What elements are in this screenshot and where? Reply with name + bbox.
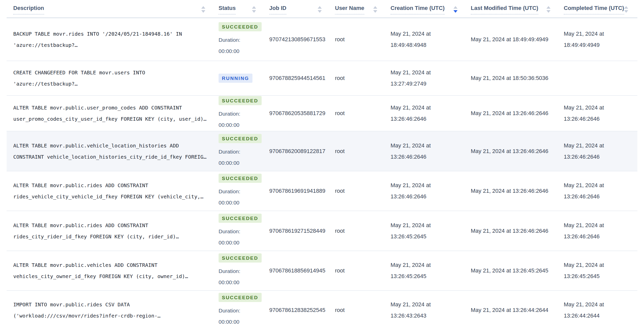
job-id-cell: 970678619691941889 [269, 185, 335, 197]
jobs-table: Description Status Job ID User Name Crea… [7, 0, 637, 329]
status-badge: SUCCEEDED [219, 22, 262, 31]
job-description-link[interactable]: IMPORT INTO movr.public.rides CSV DATA (… [13, 299, 219, 321]
last-modified-time-cell: May 21, 2024 at 13:26:46:2646 [471, 185, 564, 197]
last-modified-time-cell: May 21, 2024 at 18:50:36:5036 [471, 73, 564, 84]
table-row: CREATE CHANGEFEED FOR TABLE movr.users I… [7, 61, 637, 95]
last-modified-time-cell: May 21, 2024 at 13:26:46:2646 [471, 225, 564, 237]
column-header-label: Last Modified Time (UTC) [471, 5, 538, 14]
completed-time-cell: May 21, 2024 at 13:26:46:2646 [564, 180, 637, 202]
creation-time-cell: May 21, 2024 at 13:26:45:2645 [391, 220, 471, 242]
job-description-link[interactable]: ALTER TABLE movr.public.vehicles ADD CON… [13, 259, 219, 282]
last-modified-time-cell: May 21, 2024 at 18:49:49:4949 [471, 34, 564, 45]
column-header-label: Completed Time (UTC) [564, 5, 624, 14]
job-duration: Duration: 00:00:00 [219, 34, 240, 57]
user-name-cell: root [335, 34, 391, 45]
column-header-status[interactable]: Status [219, 0, 269, 17]
status-badge: SUCCEEDED [219, 253, 262, 263]
column-header-user-name[interactable]: User Name [335, 0, 391, 17]
status-badge: SUCCEEDED [219, 96, 262, 105]
job-id-cell: 970678620535881729 [269, 108, 335, 119]
status-cell: SUCCEEDED Duration: 00:00:00 [219, 214, 269, 248]
job-description-link[interactable]: CREATE CHANGEFEED FOR TABLE movr.users I… [13, 67, 219, 89]
sort-icon-active-desc [453, 6, 458, 13]
user-name-cell: root [335, 225, 391, 237]
creation-time-cell: May 21, 2024 at 13:26:46:2646 [391, 102, 471, 125]
status-badge: RUNNING [219, 74, 252, 83]
column-header-label: User Name [335, 5, 364, 14]
user-name-cell: root [335, 73, 391, 84]
user-name-cell: root [335, 146, 391, 157]
status-cell: SUCCEEDED Duration: 00:00:00 [219, 134, 269, 169]
status-badge: SUCCEEDED [219, 214, 262, 223]
completed-time-cell: May 21, 2024 at 18:49:49:4949 [564, 28, 637, 51]
job-duration: Duration: 00:00:00 [219, 186, 240, 208]
job-id-cell: 970678825944514561 [269, 73, 335, 84]
table-row: ALTER TABLE movr.public.vehicle_location… [7, 131, 637, 171]
table-row: ALTER TABLE movr.public.rides ADD CONSTR… [7, 171, 637, 211]
job-id-cell: 970678619271528449 [269, 225, 335, 237]
job-description-link[interactable]: BACKUP TABLE movr.rides INTO '/2024/05/2… [13, 28, 219, 51]
sort-icon [252, 6, 256, 13]
column-header-label: Job ID [269, 5, 286, 14]
last-modified-time-cell: May 21, 2024 at 13:26:44:2644 [471, 305, 564, 316]
job-duration: Duration: 00:00:00 [219, 226, 240, 248]
completed-time-cell: May 21, 2024 at 13:26:45:2645 [564, 259, 637, 282]
job-duration: Duration: 00:00:00 [219, 266, 240, 288]
job-description-link[interactable]: ALTER TABLE movr.public.vehicle_location… [13, 140, 219, 162]
sort-icon [546, 6, 551, 13]
job-description-link[interactable]: ALTER TABLE movr.public.rides ADD CONSTR… [13, 180, 219, 202]
creation-time-cell: May 21, 2024 at 13:26:43:2643 [391, 299, 471, 321]
job-description-link[interactable]: ALTER TABLE movr.public.rides ADD CONSTR… [13, 220, 219, 242]
job-description-link[interactable]: ALTER TABLE movr.public.user_promo_codes… [13, 102, 219, 125]
table-row: IMPORT INTO movr.public.rides CSV DATA (… [7, 290, 637, 329]
table-row: ALTER TABLE movr.public.user_promo_codes… [7, 95, 637, 131]
table-header-row: Description Status Job ID User Name Crea… [7, 0, 637, 18]
job-id-cell: 970678620089122817 [269, 146, 335, 157]
job-id-cell: 970678612838252545 [269, 305, 335, 316]
status-badge: SUCCEEDED [219, 174, 262, 183]
column-header-creation-time[interactable]: Creation Time (UTC) [391, 0, 471, 17]
last-modified-time-cell: May 21, 2024 at 13:26:46:2646 [471, 108, 564, 119]
last-modified-time-cell: May 21, 2024 at 13:26:46:2646 [471, 146, 564, 157]
last-modified-time-cell: May 21, 2024 at 13:26:45:2645 [471, 265, 564, 276]
creation-time-cell: May 21, 2024 at 13:26:46:2646 [391, 180, 471, 202]
column-header-description[interactable]: Description [13, 0, 219, 17]
job-duration: Duration: 00:00:00 [219, 108, 240, 131]
user-name-cell: root [335, 185, 391, 197]
status-cell: SUCCEEDED Duration: 00:00:00 [219, 22, 269, 57]
jobs-page: Description Status Job ID User Name Crea… [0, 0, 644, 329]
column-header-label: Status [219, 5, 236, 14]
job-duration: Duration: 00:00:00 [219, 305, 240, 327]
creation-time-cell: May 21, 2024 at 13:26:45:2645 [391, 259, 471, 282]
completed-time-cell: May 21, 2024 at 13:26:46:2646 [564, 140, 637, 162]
job-id-cell: 970742130859671553 [269, 34, 335, 45]
table-row: ALTER TABLE movr.public.vehicles ADD CON… [7, 251, 637, 290]
status-cell: RUNNING [219, 74, 269, 83]
sort-icon [373, 6, 377, 13]
status-cell: SUCCEEDED Duration: 00:00:00 [219, 293, 269, 327]
job-id-cell: 970678618856914945 [269, 265, 335, 276]
creation-time-cell: May 21, 2024 at 13:26:46:2646 [391, 140, 471, 162]
job-duration: Duration: 00:00:00 [219, 146, 240, 169]
status-badge: SUCCEEDED [219, 293, 262, 302]
sort-icon [201, 6, 205, 13]
completed-time-cell: May 21, 2024 at 13:26:46:2646 [564, 220, 637, 242]
user-name-cell: root [335, 265, 391, 276]
column-header-label: Creation Time (UTC) [391, 5, 445, 14]
column-header-completed-time[interactable]: Completed Time (UTC) [564, 0, 641, 17]
table-row: ALTER TABLE movr.public.rides ADD CONSTR… [7, 211, 637, 251]
creation-time-cell: May 21, 2024 at 18:49:48:4948 [391, 28, 471, 51]
user-name-cell: root [335, 305, 391, 316]
sort-icon [318, 6, 322, 13]
completed-time-cell: May 21, 2024 at 13:26:44:2644 [564, 299, 637, 321]
column-header-last-modified-time[interactable]: Last Modified Time (UTC) [471, 0, 564, 17]
table-row: BACKUP TABLE movr.rides INTO '/2024/05/2… [7, 18, 637, 61]
completed-time-cell: May 21, 2024 at 13:26:46:2646 [564, 102, 637, 125]
status-cell: SUCCEEDED Duration: 00:00:00 [219, 174, 269, 208]
status-cell: SUCCEEDED Duration: 00:00:00 [219, 96, 269, 131]
creation-time-cell: May 21, 2024 at 13:27:49:2749 [391, 67, 471, 89]
column-header-job-id[interactable]: Job ID [269, 0, 335, 17]
sort-icon [624, 6, 628, 13]
column-header-label: Description [13, 5, 44, 14]
status-cell: SUCCEEDED Duration: 00:00:00 [219, 253, 269, 288]
